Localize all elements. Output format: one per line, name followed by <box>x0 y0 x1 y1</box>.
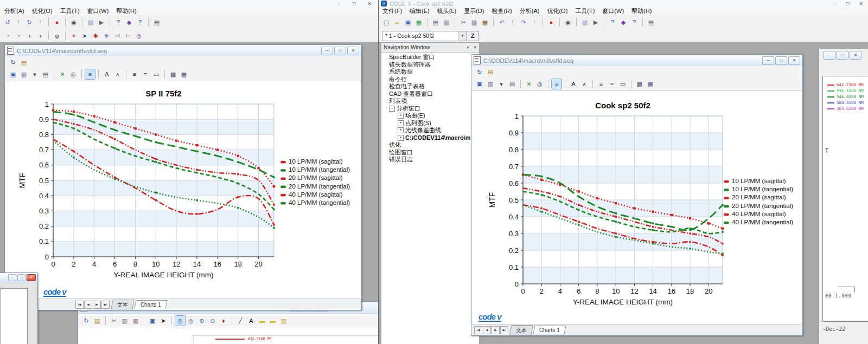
fieldcurve-icon[interactable]: ➤ <box>80 31 90 41</box>
tree-item[interactable]: 优化 <box>381 141 479 149</box>
lens-selector-dropdown[interactable]: * 1 - Cook sp2 50f2 ▾ <box>382 31 467 41</box>
lock-icon[interactable]: ▥ <box>279 316 289 326</box>
small-corner-window[interactable]: ─ □ ✕ <box>0 272 38 344</box>
menu-item[interactable]: 帮助(H) <box>628 7 655 15</box>
mtf-icon[interactable]: ✱ <box>91 31 100 41</box>
tab-charts[interactable]: Charts 1 <box>134 300 167 309</box>
tree-item[interactable]: +光线像差曲线 <box>381 127 479 134</box>
infolite-icon[interactable]: ◆ <box>618 17 628 27</box>
undo-icon[interactable]: ↺ <box>3 17 12 27</box>
maximize-button[interactable]: □ <box>17 274 25 281</box>
redo-icon[interactable]: ↷ <box>519 17 528 27</box>
autodesign-icon[interactable]: ◉ <box>563 17 573 27</box>
tab-last-button[interactable]: ▶| <box>101 301 110 309</box>
close-button[interactable]: ✕ <box>347 47 359 55</box>
list-icon[interactable]: ≡ <box>552 79 561 89</box>
font-increase-icon[interactable]: A <box>102 69 112 79</box>
highlight-icon[interactable]: ▬ <box>268 316 278 326</box>
spot-diagram-icon[interactable]: ✶ <box>69 31 79 41</box>
minimize-button[interactable]: ─ <box>8 274 16 281</box>
copy-icon[interactable]: ▥ <box>486 79 495 89</box>
right-app-titlebar[interactable]: V CODE V - Cook sp2 50f2 ─ □ ✕ <box>379 0 868 8</box>
delete-icon[interactable]: ✕ <box>58 69 67 79</box>
expand-icon[interactable]: + <box>398 113 404 119</box>
right-mtf-chart-window[interactable]: C:\CODEV114\macro\mtfvsfld.seq ─ □ ✕ ↻▤ … <box>471 54 803 336</box>
close-button[interactable]: ✕ <box>859 1 863 7</box>
import-icon[interactable]: ▤ <box>19 57 29 67</box>
view-xz-icon[interactable]: ◔ <box>14 31 23 41</box>
menu-item[interactable]: 帮助(H) <box>112 7 140 15</box>
tree-item[interactable]: 命令行 <box>381 76 479 83</box>
tab-text[interactable]: 文本 <box>509 325 533 335</box>
paste-icon[interactable]: ▦ <box>480 17 490 27</box>
save-icon[interactable]: ▣ <box>148 316 157 326</box>
menu-item[interactable]: 工具(T) <box>571 7 598 15</box>
tab-first-button[interactable]: |◀ <box>75 301 84 309</box>
layout-icon[interactable]: ▦ <box>646 79 655 89</box>
maximize-button[interactable]: □ <box>846 1 849 7</box>
import-icon[interactable]: ▤ <box>92 316 102 326</box>
stop-icon[interactable]: ● <box>52 17 62 27</box>
zoom-icon[interactable]: ◎ <box>68 69 78 79</box>
view-3d2-icon[interactable]: ◑ <box>35 31 45 41</box>
refresh-icon[interactable]: ↻ <box>8 57 18 67</box>
help-icon[interactable]: ? <box>113 17 123 27</box>
collapse-icon[interactable]: - <box>389 106 395 112</box>
tree-item[interactable]: +点列图(S) <box>381 120 479 127</box>
undo-more-icon[interactable]: ! <box>508 17 518 27</box>
refresh-icon[interactable]: ↻ <box>475 67 484 77</box>
stop-icon[interactable]: ● <box>546 17 556 27</box>
frame-icon[interactable]: ▭ <box>618 79 628 89</box>
zoom-out-icon[interactable]: ⊖ <box>208 316 218 326</box>
lens-icon[interactable]: φ <box>52 31 62 41</box>
restore-button[interactable]: □ <box>837 51 848 60</box>
minimize-button[interactable]: ─ <box>833 1 837 7</box>
print-icon[interactable]: ▤ <box>507 79 517 89</box>
list-icon[interactable]: ≡ <box>85 69 95 79</box>
zoom-lens-button[interactable]: Z <box>467 31 478 41</box>
minimize-button[interactable]: ─ <box>824 51 835 60</box>
menu-item[interactable]: 优化(O) <box>28 7 56 15</box>
small-window-titlebar[interactable]: ─ □ ✕ <box>0 273 37 282</box>
left-app-titlebar[interactable]: ─ □ ✕ <box>0 0 378 8</box>
background-analysis-window[interactable]: ─ □ ✕ 642.7300 NM590.1600 NM546.0200 NM5… <box>819 49 868 344</box>
tree-item[interactable]: CAD 查看器窗口 <box>381 90 479 98</box>
menu-item[interactable]: 优化(O) <box>543 7 571 15</box>
line-thick-icon[interactable]: ≡ <box>130 69 139 79</box>
image-icon[interactable]: ▧ <box>580 17 590 27</box>
close-icon[interactable]: ✕ <box>471 45 479 50</box>
menu-item[interactable]: 窗口(W) <box>598 7 628 15</box>
paste-icon[interactable]: ▦ <box>131 316 141 326</box>
help-icon[interactable]: ? <box>608 17 617 27</box>
header-icon[interactable]: ▩ <box>168 69 178 79</box>
whatsthis-icon[interactable]: ? <box>135 17 145 27</box>
psf-icon[interactable]: ✳ <box>101 31 111 41</box>
copy-drop-icon[interactable]: ▾ <box>30 69 40 79</box>
tab-text[interactable]: 文本 <box>111 300 135 310</box>
whatsthis-icon[interactable]: ? <box>629 17 639 27</box>
zoom-in-icon[interactable]: ⊕ <box>197 316 207 326</box>
menu-item[interactable]: 显示(D) <box>460 7 488 15</box>
save-icon[interactable]: ▣ <box>403 17 413 27</box>
restore-button[interactable]: □ <box>334 47 346 55</box>
minimize-button[interactable]: ─ <box>337 1 341 7</box>
tree-item[interactable]: 列表项 <box>381 98 479 105</box>
menu-item[interactable]: 工具(T) <box>56 7 84 15</box>
tree-item[interactable]: 镜头数据管理器 <box>381 61 479 69</box>
tab-first-button[interactable]: |◀ <box>474 326 482 334</box>
minimize-button[interactable]: ─ <box>762 56 774 65</box>
tab-charts[interactable]: Charts 1 <box>533 326 566 334</box>
close-button[interactable]: ✕ <box>367 1 372 7</box>
undo-icon[interactable]: ↶ <box>497 17 507 27</box>
chevron-down-icon[interactable]: ▾ <box>458 31 467 41</box>
save-icon[interactable]: ▣ <box>8 69 18 79</box>
image-icon[interactable]: ▧ <box>86 17 95 27</box>
illum-icon[interactable]: ◎ <box>134 31 144 41</box>
header-icon[interactable]: ▩ <box>635 79 644 89</box>
maximize-button[interactable]: □ <box>353 1 355 7</box>
redo-icon[interactable]: ↻ <box>24 17 34 27</box>
tab-next-button[interactable]: ▶ <box>492 326 500 334</box>
infolite-icon[interactable]: ◆ <box>124 17 134 27</box>
tab-last-button[interactable]: ▶| <box>500 326 508 334</box>
panel-icon[interactable]: ▤ <box>646 17 656 27</box>
